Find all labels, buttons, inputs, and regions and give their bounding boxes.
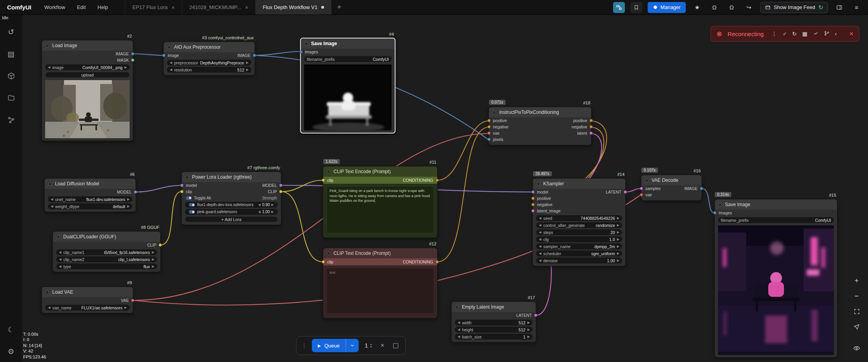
increment-arrow[interactable]: ▶ <box>527 335 530 338</box>
stop-icon[interactable] <box>393 343 398 348</box>
link-icon-2[interactable]: Ω <box>726 2 738 13</box>
input-port-positive[interactable] <box>487 119 491 122</box>
output-port-mask[interactable] <box>131 59 134 62</box>
decrement-arrow[interactable]: ◀ <box>458 328 460 331</box>
collapse-dot[interactable] <box>493 111 496 114</box>
decrement-arrow[interactable]: ◀ <box>539 216 541 220</box>
widget-resolution[interactable]: ◀ resolution 512 ▶ <box>167 67 251 73</box>
widget-sampler-name[interactable]: ◀ sampler_name dpmpp_2m ▶ <box>536 243 622 249</box>
output-port-conditioning[interactable] <box>436 260 439 263</box>
collapse-dot[interactable] <box>48 182 52 186</box>
decrement-arrow[interactable]: ◀ <box>48 66 50 69</box>
collapse-dot[interactable] <box>327 252 330 255</box>
bookmark-button[interactable] <box>630 2 642 13</box>
increment-arrow[interactable]: ▶ <box>617 252 619 255</box>
queue-dropdown-button[interactable] <box>346 343 359 348</box>
node-load-diffusion-model[interactable]: #6 Load Diffusion Model MODEL ◀ unet_nam… <box>44 178 136 212</box>
input-port-model[interactable] <box>180 184 183 187</box>
lora-row[interactable]: flux1-depth-dev-lora.safetensors ◀0.90▶ <box>185 202 278 208</box>
decrement-arrow[interactable]: ◀ <box>258 210 260 214</box>
collapse-dot[interactable] <box>57 235 60 239</box>
tab-ep17-flux-lora[interactable]: EP17 Flux Lora × <box>125 0 182 15</box>
widget-clip-name1[interactable]: ◀ clip_name1 t5/t5xxl_fp16.safetensors ▶ <box>56 249 157 255</box>
increment-count-icon[interactable]: ▲ <box>370 343 372 346</box>
increment-arrow[interactable]: ▶ <box>271 210 274 214</box>
node-titlebar[interactable]: Save Image <box>715 199 837 210</box>
decrement-arrow[interactable]: ◀ <box>170 61 172 64</box>
node-titlebar[interactable]: Power Lora Loader (rgthree) <box>182 172 281 182</box>
workflows-folder-icon[interactable] <box>4 91 18 104</box>
node-titlebar[interactable]: Load VAE <box>42 287 133 297</box>
node-titlebar[interactable]: AIO Aux Preprocessor <box>164 42 255 52</box>
widget-batch-size[interactable]: ◀ batch_size 1 ▶ <box>455 334 533 340</box>
branch-icon[interactable] <box>824 31 830 37</box>
node-titlebar[interactable]: Empty Latent Image <box>452 302 536 312</box>
collapse-dot[interactable] <box>645 179 648 182</box>
output-port-model[interactable] <box>134 190 137 194</box>
increment-arrow[interactable]: ▶ <box>152 265 154 268</box>
input-port-positive[interactable] <box>531 197 535 200</box>
hamburger-menu-icon[interactable]: ≡ <box>851 2 863 13</box>
batch-count-field[interactable]: 1 ▲ ▼ <box>363 342 374 349</box>
widget-preprocessor[interactable]: ◀ preprocessor DepthAnythingPreprocessor… <box>167 60 251 66</box>
chevron-left-icon[interactable]: ‹ <box>835 31 837 37</box>
upload-button[interactable]: upload <box>45 72 130 78</box>
clear-queue-icon[interactable]: × <box>379 342 386 349</box>
output-port-latent[interactable] <box>534 314 537 317</box>
toggle-all-switch[interactable] <box>186 196 192 200</box>
widget-cfg[interactable]: ◀ cfg 1.0 ▶ <box>536 236 622 242</box>
decrement-arrow[interactable]: ◀ <box>539 245 541 248</box>
increment-arrow[interactable]: ▶ <box>125 66 127 69</box>
decrement-arrow[interactable]: ◀ <box>170 68 172 71</box>
input-port-images[interactable] <box>713 211 716 214</box>
collapse-dot[interactable] <box>537 182 540 186</box>
select-mode-icon[interactable] <box>851 321 863 333</box>
input-port-image[interactable] <box>162 54 165 57</box>
output-port-clip[interactable] <box>159 243 162 247</box>
collapse-dot[interactable] <box>46 291 49 294</box>
widget-height[interactable]: ◀ height 512 ▶ <box>455 327 533 333</box>
fit-view-icon[interactable] <box>851 305 863 317</box>
prompt-textarea[interactable]: text <box>326 268 434 314</box>
node-save-image-depth[interactable]: #4 Save Image images filename_prefix Com… <box>300 38 396 133</box>
node-power-lora-loader[interactable]: #7 rgthree-comfy Power Lora Loader (rgth… <box>181 172 281 225</box>
lora-toggle[interactable] <box>189 203 195 207</box>
output-port-negative[interactable] <box>590 125 593 128</box>
increment-arrow[interactable]: ▶ <box>617 216 619 220</box>
increment-arrow[interactable]: ▶ <box>246 68 249 71</box>
widget-filename-prefix[interactable]: filename_prefix ComfyUI <box>718 217 834 223</box>
decrement-arrow[interactable]: ◀ <box>539 223 541 227</box>
model-library-icon[interactable] <box>4 69 18 82</box>
output-port-model[interactable] <box>279 184 282 187</box>
node-ksampler[interactable]: 28.497s #14 KSampler model LATENT positi… <box>533 178 626 266</box>
output-port-vae[interactable] <box>131 299 134 302</box>
node-titlebar[interactable]: CLIP Text Encode (Prompt) <box>323 248 437 258</box>
decrement-arrow[interactable]: ◀ <box>539 238 541 241</box>
kebab-menu-icon[interactable]: ⋮ <box>771 31 777 37</box>
new-tab-button[interactable]: + <box>331 3 347 11</box>
node-titlebar[interactable]: CLIP Text Encode (Prompt) <box>323 166 437 177</box>
input-port-vae[interactable] <box>640 193 643 196</box>
node-clip-text-encode-negative[interactable]: #12 CLIP Text Encode (Prompt) clip CONDI… <box>323 248 438 318</box>
decrement-arrow[interactable]: ◀ <box>539 252 541 255</box>
history-icon[interactable]: ↺ <box>4 25 18 38</box>
widget-weight-dtype[interactable]: ◀ weight_dtype default ▶ <box>48 203 132 209</box>
node-titlebar[interactable]: KSampler <box>533 179 625 189</box>
node-clip-text-encode-positive[interactable]: 1.622s #11 CLIP Text Encode (Prompt) cli… <box>323 166 438 238</box>
link-icon[interactable]: Ω <box>709 2 720 13</box>
input-port-clip[interactable] <box>322 260 325 263</box>
menu-help[interactable]: Help <box>92 4 114 10</box>
close-tab-icon[interactable]: × <box>245 4 248 11</box>
widget-seed[interactable]: ◀ seed 744088254549226 ▶ <box>536 215 622 221</box>
decrement-arrow[interactable]: ◀ <box>59 258 61 261</box>
close-tab-icon[interactable]: × <box>172 4 175 11</box>
increment-arrow[interactable]: ▶ <box>152 258 154 261</box>
output-port-latent[interactable] <box>590 132 593 135</box>
node-instruct-pix[interactable]: 0.071s #18 InstructPixToPixConditioning … <box>489 107 591 145</box>
settings-gear-icon[interactable]: ⚙ <box>4 345 18 358</box>
decrement-arrow[interactable]: ◀ <box>458 321 460 324</box>
api-link-icon[interactable]: ♂ <box>782 31 787 37</box>
input-port-negative[interactable] <box>531 203 535 206</box>
node-empty-latent-image[interactable]: #17 Empty Latent Image LATENT ◀ width 51… <box>451 302 536 342</box>
increment-arrow[interactable]: ▶ <box>246 61 249 64</box>
